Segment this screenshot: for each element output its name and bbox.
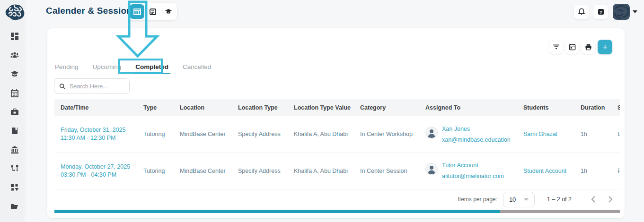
search-box: [54, 78, 130, 94]
cell-assigned-to: Xan Jones xan@mindbase.education: [419, 116, 517, 153]
assigned-name-link[interactable]: Tutor Account: [442, 162, 504, 169]
cell-status-clipped: P: [611, 153, 620, 189]
cell-type: Tutoring: [137, 116, 174, 153]
chevron-down-icon: [524, 198, 529, 201]
col-location-type: Location Type: [232, 99, 288, 116]
avatar: [613, 4, 630, 20]
cell-type: Tutoring: [137, 153, 174, 189]
cell-location: MindBase Center: [174, 153, 232, 189]
sessions-card: + Pending Upcoming Completed Cancelled D…: [47, 28, 625, 218]
book-icon: [10, 127, 19, 135]
training-icon: [165, 8, 172, 16]
col-date-time: Date/Time: [54, 99, 137, 116]
cell-category: In Center Workshop: [354, 116, 419, 153]
search-icon: [59, 83, 66, 90]
sessions-table: Date/Time Type Location Location Type Lo…: [54, 99, 620, 189]
tab-pending[interactable]: Pending: [54, 61, 79, 74]
folder-icon: [10, 202, 19, 211]
horizontal-scrollbar-thumb[interactable]: [54, 210, 500, 213]
assigned-name-link[interactable]: Xan Jones: [442, 126, 511, 132]
cell-duration: 1h: [574, 116, 611, 153]
col-assigned-to: Assigned To: [419, 99, 517, 116]
help-button[interactable]: ?: [593, 5, 608, 19]
col-type: Type: [137, 99, 174, 116]
sidebar: [0, 0, 29, 222]
brain-logo[interactable]: [4, 3, 25, 22]
calendar-grid-view-icon: [133, 8, 141, 16]
page-range-label: 1 – 2 of 2: [547, 196, 572, 203]
training-view-button[interactable]: [161, 4, 176, 19]
table-row: Monday, October 27, 2025 03:30 PM - 04:3…: [54, 153, 620, 189]
page-title: Calender & Sessions: [46, 6, 137, 16]
cell-assigned-to: Tutor Account alitutor@mailinator.com: [419, 153, 517, 189]
previous-page-button[interactable]: [585, 191, 602, 208]
cell-students[interactable]: Student Account: [517, 153, 574, 189]
briefcase-icon: [10, 108, 19, 116]
col-location: Location: [174, 99, 232, 116]
notifications-icon: [578, 8, 585, 16]
profile-menu[interactable]: [613, 4, 637, 20]
person-avatar-icon: [425, 163, 438, 175]
page-size-select[interactable]: 10: [503, 192, 535, 207]
dashboard-icon: [10, 32, 19, 41]
col-location-type-value: Location Type Value: [288, 99, 354, 116]
users-icon: [10, 51, 19, 60]
card-toolbar: +: [549, 40, 612, 54]
workflow-icon: [10, 164, 19, 173]
sidebar-item-education[interactable]: [10, 70, 19, 78]
sidebar-item-dashboard[interactable]: [10, 32, 19, 41]
cell-category: In Center Session: [354, 153, 419, 189]
assigned-email-link[interactable]: xan@mindbase.education: [442, 137, 511, 143]
col-category: Category: [354, 99, 419, 116]
add-icon: +: [602, 43, 608, 51]
table-header-row: Date/Time Type Location Location Type Lo…: [54, 99, 620, 116]
session-list-view-button[interactable]: [145, 4, 160, 19]
calendar-grid-view-button[interactable]: [130, 4, 144, 19]
filter-icon: [553, 43, 560, 51]
graduation-icon: [10, 70, 19, 78]
horizontal-scrollbar[interactable]: [54, 210, 620, 213]
sidebar-item-library[interactable]: [10, 127, 19, 135]
notifications-button[interactable]: [574, 5, 589, 19]
date-picker-icon: [569, 43, 576, 51]
cell-status-clipped: E: [611, 116, 620, 153]
print-button[interactable]: [582, 40, 595, 54]
cell-students[interactable]: Sami Ghazal: [517, 116, 574, 153]
sidebar-nav: [0, 32, 29, 211]
filter-button[interactable]: [549, 40, 563, 54]
apps-arrow-icon: [10, 183, 19, 192]
next-page-button[interactable]: [602, 191, 619, 208]
cell-date-time[interactable]: Monday, October 27, 2025 03:30 PM - 04:3…: [54, 153, 137, 189]
col-status-clipped: S: [611, 99, 620, 116]
print-icon: [585, 43, 592, 51]
col-duration: Duration: [574, 99, 611, 116]
calendar-icon: [10, 89, 19, 97]
cell-location-type: Specify Address: [232, 116, 288, 153]
tab-completed[interactable]: Completed: [134, 61, 169, 74]
sessions-table-container: Date/Time Type Location Location Type Lo…: [54, 99, 620, 189]
tab-cancelled[interactable]: Cancelled: [182, 61, 212, 74]
sidebar-item-apps[interactable]: [10, 183, 19, 192]
sidebar-item-files[interactable]: [10, 202, 19, 211]
tab-upcoming[interactable]: Upcoming: [92, 61, 123, 74]
cell-location: MindBase Center: [174, 116, 232, 153]
institution-icon: [10, 145, 19, 154]
sidebar-item-workflow[interactable]: [10, 164, 19, 173]
date-filter-button[interactable]: [565, 40, 579, 54]
sidebar-item-calendar[interactable]: [10, 89, 19, 97]
assigned-email-link[interactable]: alitutor@mailinator.com: [442, 173, 504, 179]
cell-location-type-value: Khalifa A, Abu Dhabi: [288, 153, 354, 189]
items-per-page-label: Items per page:: [458, 196, 497, 203]
header-actions: ?: [574, 4, 637, 20]
view-toolbar: [128, 3, 177, 20]
search-input[interactable]: [70, 83, 122, 90]
cell-duration: 1h: [574, 153, 611, 189]
help-icon: ?: [597, 8, 605, 16]
sidebar-item-users[interactable]: [10, 51, 19, 60]
sidebar-item-institution[interactable]: [10, 145, 19, 154]
table-row: Friday, October 31, 2025 11:30 AM - 12:3…: [54, 116, 620, 153]
sidebar-item-workspace[interactable]: [10, 108, 19, 116]
cell-date-time[interactable]: Friday, October 31, 2025 11:30 AM - 12:3…: [54, 116, 137, 153]
page-size-value: 10: [509, 196, 516, 203]
add-session-button[interactable]: +: [598, 40, 612, 54]
